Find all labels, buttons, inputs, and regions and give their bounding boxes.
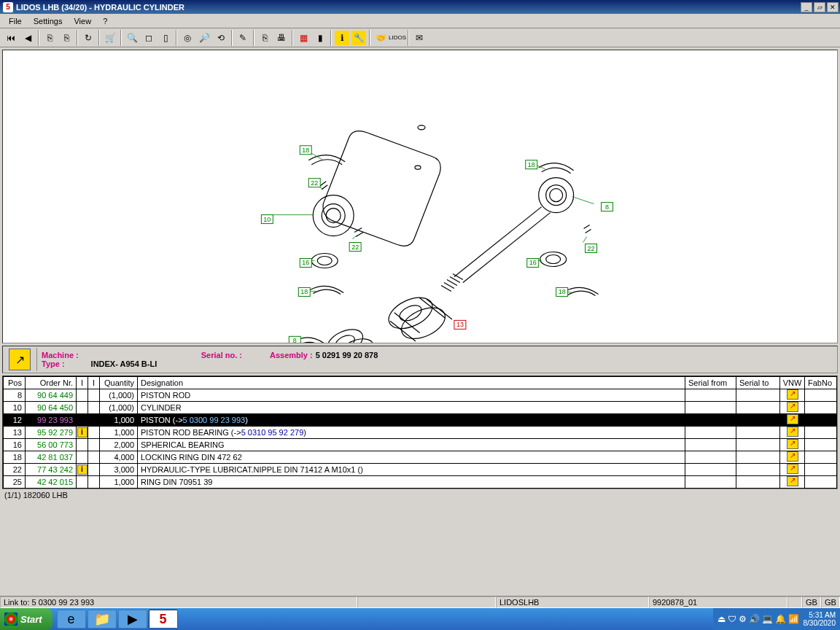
table-row[interactable]: 1842 81 0374,000LOCKING RING DIN 472 62	[4, 451, 837, 464]
header-order[interactable]: Order Nr.	[26, 377, 77, 389]
link-text[interactable]: 5 0310 95 92 279	[241, 428, 304, 437]
vnw-icon[interactable]	[787, 451, 798, 462]
clock[interactable]: 5:31 AM 8/30/2020	[804, 611, 836, 627]
table-row[interactable]: 1299 23 9931,000PISTON (->5 0300 99 23 9…	[4, 414, 837, 427]
header-sfrom[interactable]: Serial from	[685, 377, 736, 389]
target-button[interactable]: ◎	[179, 30, 195, 46]
svg-text:22: 22	[588, 245, 595, 252]
callout-16[interactable]: 16	[300, 259, 311, 268]
task-lidos-icon[interactable]: 5	[149, 610, 178, 629]
table-row[interactable]: 1090 64 450(1,000)CYLINDER	[4, 402, 837, 414]
copy-button[interactable]: ⎘	[257, 30, 273, 46]
status-doc: 9920878_01	[649, 596, 788, 608]
callout-8[interactable]: 8	[602, 203, 613, 211]
tray-icon[interactable]: 💻	[762, 614, 773, 624]
vnw-icon[interactable]	[787, 464, 798, 474]
zoom-in-button[interactable]: 🔍	[124, 30, 140, 46]
table-row[interactable]: 1395 92 279i1,000PISTON ROD BEARING (->5…	[4, 427, 837, 439]
header-fabno[interactable]: FabNo	[805, 377, 837, 389]
vnw-icon[interactable]	[787, 389, 798, 400]
callout-13[interactable]: 13	[454, 320, 466, 329]
start-button[interactable]: Start	[0, 608, 52, 630]
prev-button[interactable]: ◀	[20, 30, 36, 46]
table-row[interactable]: 2542 42 0151,000RING DIN 70951 39	[4, 476, 837, 489]
header-qty[interactable]: Quantity	[100, 377, 138, 389]
toolbar: ⏮ ◀ ⎘ ⎘ ↻ 🛒 🔍 ◻ ▯ ◎ 🔎 ⟲ ✎ ⎘ 🖶 ▦ ▮ ℹ 🔧 🤝 …	[0, 28, 840, 47]
task-ie-icon[interactable]: e	[57, 610, 86, 629]
table-row[interactable]: 890 64 449(1,000)PISTON ROD	[4, 389, 837, 402]
header-desig[interactable]: Designation	[138, 377, 685, 389]
header-i2[interactable]: I	[88, 377, 100, 389]
task-explorer-icon[interactable]: 📁	[88, 610, 117, 629]
tray-icon[interactable]: 🔊	[749, 614, 760, 624]
frame-button[interactable]: ◻	[141, 30, 157, 46]
tool-button[interactable]: 🔧	[351, 30, 367, 46]
tray-icon[interactable]: 📶	[788, 614, 799, 624]
callout-8[interactable]: 8	[289, 336, 300, 343]
tray-icon[interactable]: 🔔	[775, 614, 786, 624]
lidos-button[interactable]: LIDOS	[389, 30, 405, 46]
header-sto[interactable]: Serial to	[736, 377, 780, 389]
mail-button[interactable]: ✉	[411, 30, 427, 46]
svg-text:8: 8	[605, 203, 609, 211]
table-row[interactable]: 1656 00 7732,000SPHERICAL BEARING	[4, 439, 837, 451]
tray-icon[interactable]: 🛡	[728, 614, 736, 624]
svg-text:8: 8	[293, 337, 297, 343]
tray-icon[interactable]: ⚙	[739, 614, 747, 624]
callout-10[interactable]: 10	[261, 215, 273, 224]
table-row[interactable]: 2277 43 242i3,000HYDRAULIC-TYPE LUBRICAT…	[4, 464, 837, 476]
header-pos[interactable]: Pos	[4, 377, 26, 389]
vnw-icon[interactable]	[787, 414, 798, 424]
page-button[interactable]: ▯	[158, 30, 174, 46]
flag-button[interactable]: ▮	[312, 30, 328, 46]
vnw-icon[interactable]	[787, 427, 798, 437]
vnw-icon[interactable]	[787, 476, 798, 486]
search-button[interactable]: 🔎	[196, 30, 212, 46]
callout-22[interactable]: 22	[308, 179, 320, 187]
zoom-icon[interactable]: ↗	[9, 349, 31, 370]
grid-button[interactable]: ▦	[295, 30, 311, 46]
handshake-button[interactable]: 🤝	[373, 30, 389, 46]
diagram-panel[interactable]: 1818228102216162218181312825	[2, 50, 838, 343]
minimize-button[interactable]: _	[801, 2, 812, 12]
callout-22[interactable]: 22	[586, 244, 597, 253]
info-icon[interactable]: i	[77, 427, 88, 438]
rotate-button[interactable]: ⟲	[213, 30, 229, 46]
callout-18[interactable]: 18	[298, 287, 310, 296]
tray-icon[interactable]: ⏏	[718, 614, 726, 624]
type-value: INDEX- A954 B-LI	[91, 359, 158, 368]
vnw-icon[interactable]	[787, 439, 798, 449]
nav-button-1[interactable]: ⎘	[42, 30, 58, 46]
header-i1[interactable]: I	[77, 377, 88, 389]
menu-settings[interactable]: Settings	[28, 15, 69, 27]
link-text[interactable]: 5 0300 99 23 993	[183, 416, 246, 424]
callout-18[interactable]: 18	[556, 287, 568, 296]
parts-table: Pos Order Nr. I I Quantity Designation S…	[3, 376, 837, 489]
system-tray[interactable]: ⏏ 🛡 ⚙ 🔊 💻 🔔 📶 5:31 AM 8/30/2020	[713, 608, 841, 630]
vnw-icon[interactable]	[787, 402, 798, 412]
callout-18[interactable]: 18	[526, 160, 537, 169]
note-button[interactable]: ✎	[235, 30, 251, 46]
svg-point-18	[397, 301, 450, 343]
restore-button[interactable]: ▱	[814, 2, 825, 12]
svg-point-0	[418, 125, 425, 130]
menu-view[interactable]: View	[68, 15, 97, 27]
callout-22[interactable]: 22	[349, 243, 361, 252]
svg-text:22: 22	[351, 244, 359, 251]
refresh-button[interactable]: ↻	[80, 30, 96, 46]
callout-16[interactable]: 16	[527, 259, 539, 268]
callout-18[interactable]: 18	[300, 146, 311, 155]
status-app: LIDOSLHB	[496, 596, 649, 608]
menu-help[interactable]: ?	[97, 15, 113, 27]
menu-file[interactable]: File	[3, 15, 28, 27]
close-button[interactable]: ✕	[827, 2, 839, 12]
task-media-icon[interactable]: ▶	[118, 610, 147, 629]
first-button[interactable]: ⏮	[3, 30, 19, 46]
nav-button-2[interactable]: ⎘	[58, 30, 74, 46]
header-vnw[interactable]: VNW	[780, 377, 805, 389]
info-icon[interactable]: i	[77, 464, 88, 475]
info-button[interactable]: ℹ	[334, 30, 350, 46]
print-button[interactable]: 🖶	[273, 30, 289, 46]
cart-button[interactable]: 🛒	[102, 30, 118, 46]
svg-text:16: 16	[529, 259, 537, 266]
